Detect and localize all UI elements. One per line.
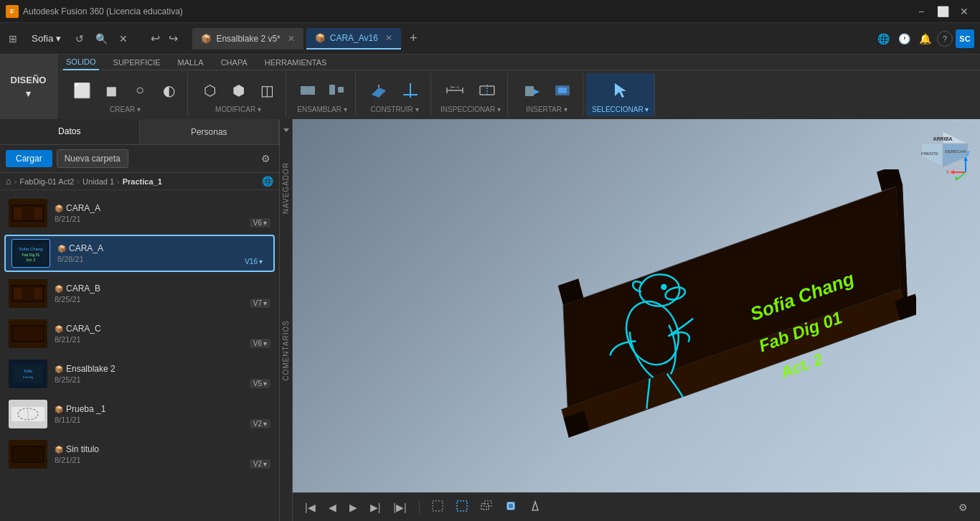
select-window-button[interactable] [477,498,496,516]
tab-solido[interactable]: SOLIDO [63,55,99,70]
modificar-fillet-button[interactable]: ⬢ [225,80,251,101]
sidebar: Datos Personas Cargar Nueva carpeta ⚙ ⌂ … [0,119,280,521]
file-icon: 📦 [57,245,66,253]
playback-play-button[interactable]: ▶ [346,499,361,515]
breadcrumb-item-unidad[interactable]: Unidad 1 [83,177,114,186]
clock-button[interactable]: 🕐 [895,30,913,47]
tab1-close-button[interactable]: ✕ [288,34,295,44]
svg-rect-22 [34,207,42,219]
selection-filter-button[interactable] [501,498,520,516]
tab-datos[interactable]: Datos [0,119,140,144]
version-badge: V6 ▾ [250,339,270,348]
viewport-settings-button[interactable]: ⚙ [955,499,971,515]
file-info: 📦 CARA_A 8/28/21 [57,243,268,263]
tab-herramientas[interactable]: HERRAMIENTAS [262,55,330,70]
file-item-cara-c[interactable]: 📦 CARA_C 8/21/21 V6 ▾ [0,314,279,354]
viewport-bottom-bar: |◀ ◀ ▶ ▶| |▶| [293,492,980,521]
help-button[interactable]: ? [937,31,953,47]
svg-marker-68 [950,170,954,174]
search-button[interactable]: 🔍 [93,30,110,47]
modificar-press-button[interactable]: ⬡ [197,80,222,101]
tab-ensalblake[interactable]: 📦 Ensalblake 2 v5* ✕ [192,28,303,50]
minimize-button[interactable]: − [911,1,931,22]
modificar-shell-button[interactable]: ◫ [254,80,280,101]
file-icon: 📦 [55,205,63,212]
file-item-cara-a-2[interactable]: Sofia Chang Fab Dig 01 Act. 2 📦 CARA_A 8… [4,235,275,272]
nav-cube[interactable]: ARRIBA FRENTE DERECHA Z X [914,128,971,185]
decal-icon [552,82,573,99]
globe-button[interactable]: 🌐 [875,30,892,47]
ensamblar-align-button[interactable] [324,80,349,101]
tab-chapa[interactable]: CHAPA [218,55,250,70]
construir-axis-button[interactable] [396,80,425,101]
file-thumbnail: Sofia Chang Fab Dig 01 Act. 2 [11,239,50,268]
insertar-decal-button[interactable] [548,80,577,101]
tab-superficie[interactable]: SUPERFICIE [110,55,164,70]
ribbon-group-inspeccionar: ⊢⊣ INSPECCIONAR ▾ [434,73,508,116]
playback-next-button[interactable]: ▶| [367,499,385,515]
file-item-sin-titulo[interactable]: 📦 Sin titulo 8/21/21 V2 ▾ [0,434,279,474]
sidebar-settings-button[interactable]: ⚙ [258,150,273,167]
file-item-prueba[interactable]: 📦 Prueba _1 8/11/21 V2 ▾ [0,394,279,434]
crear-loft-button[interactable]: ◐ [156,80,182,101]
inspeccionar-measure-button[interactable]: ⊢⊣ [440,80,470,101]
file-item-ensalblake[interactable]: Sofia Fab Dig 📦 Ensalblake 2 8/25/21 V5 … [0,354,279,394]
new-folder-button[interactable]: Nueva carpeta [57,149,128,168]
construir-plane-button[interactable] [364,80,393,101]
tab-section: ↩ ↪ 📦 Ensalblake 2 v5* ✕ 📦 CARA_Av16 ✕ + [148,28,869,50]
svg-rect-2 [329,85,335,95]
ribbon-group-seleccionar: SELECCIONAR ▾ [586,73,655,116]
select-cross-button[interactable] [453,498,471,516]
selection-mode-button[interactable] [526,498,545,516]
close-button[interactable]: ✕ [954,1,974,22]
playback-start-button[interactable]: |◀ [301,499,319,515]
file-item-cara-a-1[interactable]: 📦 CARA_A 8/21/21 V6 ▾ [0,193,279,233]
playback-prev-button[interactable]: ◀ [325,499,340,515]
crear-extrude-button[interactable]: ◼ [98,80,124,101]
ribbon-group-construir: CONSTRUIR ▾ [359,73,431,116]
viewport[interactable]: Sofia Chang Fab Dig 01 Act. 2 ARRIBA FRE… [293,119,980,521]
tab-malla[interactable]: MALLA [175,55,207,70]
maximize-button[interactable]: ⬜ [933,1,953,22]
insertar-derive-button[interactable] [517,80,545,101]
svg-rect-17 [558,88,567,93]
align-icon [328,82,345,99]
file-thumbnail [9,279,47,308]
file-date: 8/25/21 [55,295,270,304]
upload-button[interactable]: Cargar [6,150,52,167]
add-tab-button[interactable]: + [407,28,420,49]
breadcrumb-item-practica[interactable]: Practica_1 [123,177,162,186]
bell-button[interactable]: 🔔 [916,30,934,47]
breadcrumb-item-fabdig[interactable]: FabDig-01 Act2 [20,177,75,186]
seleccionar-button[interactable] [606,78,635,103]
tab-cara-av16[interactable]: 📦 CARA_Av16 ✕ [306,28,401,50]
file-info: 📦 Ensalblake 2 8/25/21 [55,364,270,384]
undo-button[interactable]: ↩ [148,29,163,48]
file-info: 📦 Prueba _1 8/11/21 [55,404,270,424]
tab2-close-button[interactable]: ✕ [385,33,392,43]
svg-marker-43 [283,128,289,132]
svg-rect-75 [481,504,489,510]
inspeccionar-section-button[interactable] [473,80,501,101]
refresh-button[interactable]: ↺ [72,30,87,47]
ensamblar-joint-button[interactable] [295,80,321,101]
crear-revolve-button[interactable]: ○ [127,80,153,100]
close-panel-button[interactable]: ✕ [116,30,131,47]
select-box-button[interactable] [428,498,447,516]
file-date: 8/21/21 [55,215,270,223]
expand-icon[interactable] [281,125,291,137]
playback-end-button[interactable]: |▶| [390,499,410,515]
revolve-icon: ○ [136,82,144,98]
crear-label: CREAR ▾ [110,104,141,113]
user-menu-button[interactable]: Sofia ▾ [26,30,67,47]
insertar-buttons [517,76,577,104]
home-icon[interactable]: ⌂ [6,176,11,187]
window-controls: − ⬜ ✕ [911,1,974,22]
design-mode-button[interactable]: DISEÑO ▾ [0,55,57,119]
redo-button[interactable]: ↪ [166,29,181,48]
modificar-buttons: ⬡ ⬢ ◫ [197,76,280,104]
crear-sketch-button[interactable]: ⬜ [69,80,95,101]
tab-personas[interactable]: Personas [140,119,280,144]
grid-icon-button[interactable]: ⊞ [6,30,20,47]
file-item-cara-b[interactable]: 📦 CARA_B 8/25/21 V7 ▾ [0,273,279,314]
